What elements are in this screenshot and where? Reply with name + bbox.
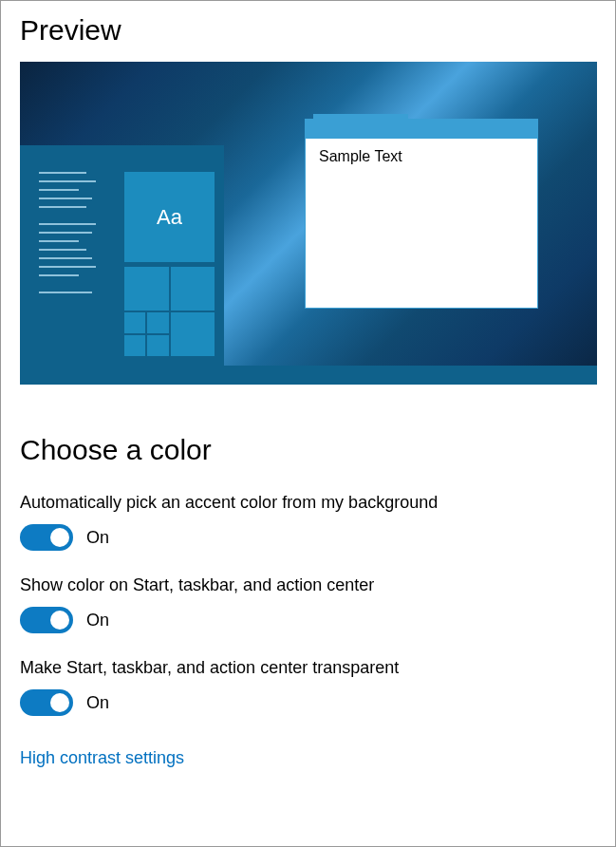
preview-start-tiles: Aa xyxy=(124,172,215,356)
preview-heading: Preview xyxy=(20,14,596,47)
preview-start-panel: Aa xyxy=(20,145,224,366)
toggle-row-auto-accent: Automatically pick an accent color from … xyxy=(20,493,596,551)
preview-sample-window: Sample Text xyxy=(305,119,538,309)
choose-color-heading: Choose a color xyxy=(20,434,596,466)
toggle-label: Make Start, taskbar, and action center t… xyxy=(20,658,596,678)
high-contrast-link[interactable]: High contrast settings xyxy=(20,748,184,768)
preview-taskbar xyxy=(20,366,597,385)
preview-sample-text: Sample Text xyxy=(306,139,537,175)
preview-start-list xyxy=(39,172,105,309)
toggle-row-show-color: Show color on Start, taskbar, and action… xyxy=(20,575,596,633)
toggle-state: On xyxy=(86,693,109,713)
toggle-transparent[interactable] xyxy=(20,689,73,716)
toggle-row-transparent: Make Start, taskbar, and action center t… xyxy=(20,658,596,716)
preview-desktop: Aa Sample Text xyxy=(20,62,597,385)
toggle-state: On xyxy=(86,611,109,631)
preview-window-titlebar xyxy=(306,120,537,139)
toggle-state: On xyxy=(86,528,109,548)
toggle-auto-accent[interactable] xyxy=(20,524,73,551)
toggle-show-color[interactable] xyxy=(20,607,73,633)
toggle-label: Automatically pick an accent color from … xyxy=(20,493,596,513)
preview-big-tile: Aa xyxy=(124,172,215,262)
toggle-label: Show color on Start, taskbar, and action… xyxy=(20,575,596,595)
